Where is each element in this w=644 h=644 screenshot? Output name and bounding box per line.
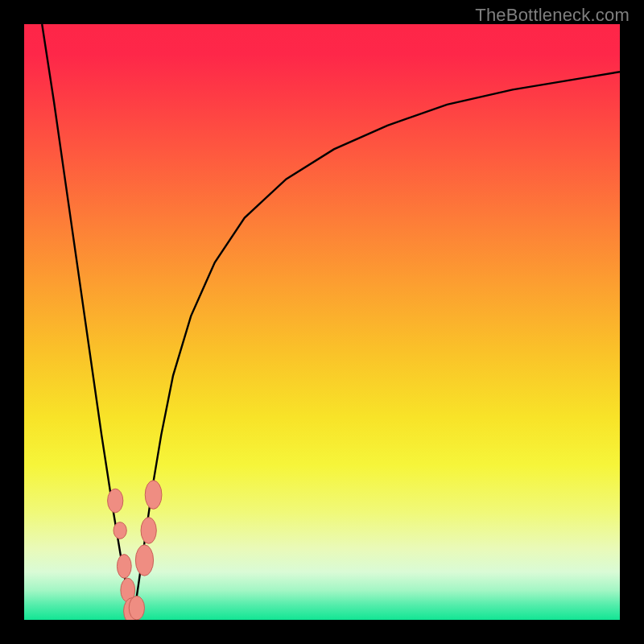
right-marker-low-1 <box>135 545 153 576</box>
watermark-text: TheBottleneck.com <box>475 5 630 26</box>
right-marker-low-2 <box>141 518 156 544</box>
left-marker-low-1 <box>117 555 131 579</box>
left-marker-mid <box>114 522 126 539</box>
left-marker-upper <box>108 489 123 513</box>
marker-group <box>108 481 162 620</box>
plot-area <box>24 24 620 620</box>
chart-frame: TheBottleneck.com <box>0 0 644 644</box>
valley-marker <box>129 596 144 620</box>
curve-right-branch <box>133 72 620 620</box>
right-marker-upper <box>145 481 162 510</box>
chart-overlay <box>24 24 620 620</box>
